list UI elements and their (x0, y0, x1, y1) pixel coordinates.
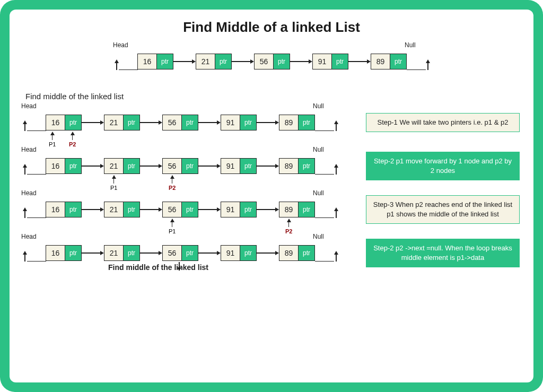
arrow-icon (198, 245, 221, 261)
node-ptr: ptr (157, 54, 173, 69)
arrow-icon (82, 245, 104, 261)
canvas: Find Middle of a linked List Head 16ptr … (10, 10, 533, 382)
step-row-1: Head 16ptr P1 P2 21ptr 56ptr 91ptr (23, 104, 520, 141)
arrow-icon (198, 158, 221, 174)
node-value: 89 (279, 159, 299, 173)
head-marker: Head (23, 158, 46, 175)
node: 16ptr (137, 54, 173, 69)
node-value: 56 (163, 246, 182, 260)
node-value: 89 (279, 202, 299, 217)
arrow-icon (257, 115, 279, 130)
null-label: Null (313, 189, 324, 197)
null-marker: Null (315, 158, 336, 175)
step-row-4: Head 16ptr 21ptr 56ptr 91ptr 89ptr (23, 234, 520, 272)
null-marker: Null (315, 114, 336, 131)
step-caption-4: Step-2 p2 ->next =null. When the loop br… (366, 239, 520, 267)
node-ptr: ptr (332, 54, 348, 69)
head-label: Head (21, 233, 37, 240)
node-value: 16 (46, 159, 65, 173)
node-ptr: ptr (124, 115, 139, 130)
node: 91ptr (221, 158, 257, 174)
pointer-p2: P2 (69, 132, 76, 147)
node: 16ptr (46, 245, 82, 261)
arrow-icon (82, 115, 104, 130)
arrow-icon (348, 54, 371, 69)
arrow-icon (82, 202, 104, 217)
node-value: 21 (104, 115, 124, 130)
arrow-icon (257, 158, 279, 174)
arrow-icon (198, 115, 221, 130)
head-marker: Head (23, 201, 46, 218)
node-value: 56 (163, 115, 182, 130)
node-ptr: ptr (240, 246, 256, 260)
node-value: 16 (138, 54, 157, 69)
node-ptr: ptr (182, 202, 198, 217)
node-value: 56 (163, 159, 182, 173)
pointer-p2: P2 (169, 175, 176, 191)
node-ptr: ptr (240, 159, 256, 173)
node: 91ptr (312, 54, 348, 69)
arrow-icon (232, 54, 254, 69)
head-label: Head (21, 189, 37, 197)
node-ptr: ptr (124, 159, 139, 173)
arrow-icon (82, 158, 104, 174)
node: 56ptr P2 (162, 158, 198, 174)
null-label: Null (313, 233, 324, 240)
node-ptr: ptr (215, 54, 231, 69)
node: 89ptr (279, 245, 315, 261)
node: 21ptr (104, 202, 140, 217)
node-value: 56 (255, 54, 274, 69)
node-value: 21 (104, 246, 124, 260)
node-ptr: ptr (182, 115, 198, 130)
node: 21ptr P1 (104, 158, 140, 174)
node-ptr: ptr (299, 115, 314, 130)
head-label: Head (113, 41, 128, 49)
step-row-2: Head 16ptr 21ptr P1 56ptr P2 91 (23, 147, 520, 185)
node-ptr: ptr (390, 54, 406, 69)
node-value: 21 (104, 202, 124, 217)
node-value: 56 (163, 202, 182, 217)
node: 56ptr (254, 54, 290, 69)
node: 16ptr (46, 202, 82, 217)
step-row-3: Head 16ptr 21ptr 56ptr P1 91ptr 8 (23, 191, 520, 228)
null-label: Null (405, 41, 416, 49)
null-marker: Null (407, 53, 428, 70)
node: 89ptr (279, 158, 315, 174)
node-ptr: ptr (240, 202, 256, 217)
node-value: 89 (279, 115, 299, 130)
null-marker: Null (315, 245, 336, 262)
node-value: 91 (221, 246, 240, 260)
arrow-icon (257, 202, 279, 217)
linked-list: Head 16ptr 21ptr P1 56ptr P2 91 (23, 147, 352, 185)
node-value: 89 (279, 246, 299, 260)
step-caption-1: Step-1 We will take two pinters i.e. p1 … (366, 113, 520, 132)
node-value: 16 (46, 246, 65, 260)
linked-list: Head 16ptr 21ptr 56ptr 91ptr 89ptr Null (115, 43, 428, 80)
node: 21ptr (104, 115, 140, 130)
node: 89ptr P2 (279, 202, 315, 217)
arrow-icon (290, 54, 312, 69)
arrow-icon (173, 54, 196, 69)
pointer-p1: P1 (169, 219, 176, 234)
head-marker: Head (23, 114, 46, 131)
intro-linked-list: Head 16ptr 21ptr 56ptr 91ptr 89ptr Null (23, 43, 520, 80)
node-ptr: ptr (65, 246, 81, 260)
node: 91ptr (221, 202, 257, 217)
node-ptr: ptr (65, 115, 81, 130)
step-caption-3: Step-3 When p2 reaches end of the linked… (366, 195, 520, 223)
arrow-icon (140, 158, 162, 174)
arrow-icon (257, 245, 279, 261)
null-marker: Null (315, 201, 336, 218)
node: 89ptr (371, 54, 407, 69)
pointer-p1: P1 (110, 175, 117, 191)
outer-frame: Find Middle of a linked List Head 16ptr … (0, 0, 543, 392)
null-label: Null (313, 102, 324, 110)
node: 89ptr (279, 115, 315, 130)
linked-list: Head 16ptr 21ptr 56ptr P1 91ptr 8 (23, 191, 352, 228)
linked-list: Head 16ptr 21ptr 56ptr 91ptr 89ptr (23, 234, 352, 272)
node-value: 89 (371, 54, 390, 69)
node: 56ptr (162, 245, 198, 261)
node-ptr: ptr (124, 246, 139, 260)
pointer-p1: P1 (49, 132, 56, 147)
node: 16ptr (46, 158, 82, 174)
